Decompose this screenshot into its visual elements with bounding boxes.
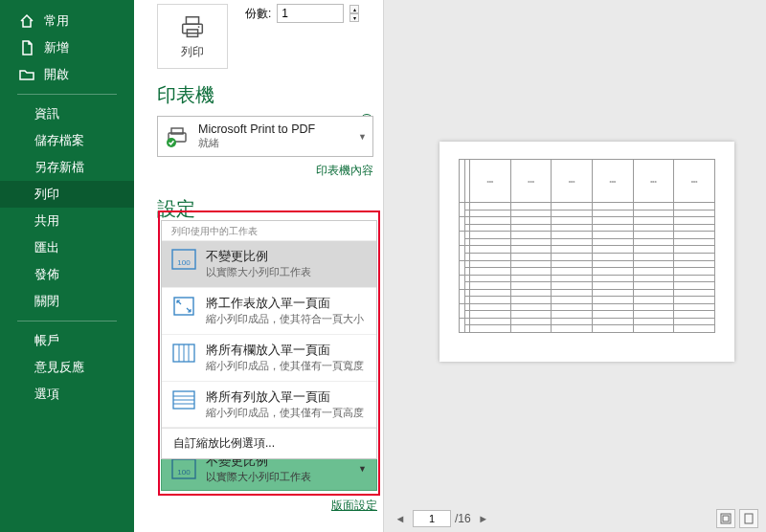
scaling-option-no-scale[interactable]: 100 不變更比例 以實際大小列印工作表 <box>162 241 376 288</box>
sidebar-item-label: 匯出 <box>34 239 59 256</box>
sidebar-item-label: 共用 <box>34 212 59 230</box>
printer-properties-link[interactable]: 印表機內容 <box>157 163 373 179</box>
page-setup-row: 版面設定 <box>161 498 377 514</box>
option-sub: 以實際大小列印工作表 <box>206 265 311 279</box>
actual-size-icon: 100 <box>171 249 196 270</box>
printer-name: Microsoft Print to PDF <box>198 122 315 136</box>
scaling-current-sub: 以實際大小列印工作表 <box>206 470 311 484</box>
copies-spinner: ▴ ▾ <box>349 5 359 22</box>
sidebar-item-publish[interactable]: 發佈 <box>0 261 134 288</box>
sidebar-item-label: 關閉 <box>34 293 59 310</box>
sidebar-item-label: 新增 <box>44 39 69 56</box>
option-title: 將所有列放入單一頁面 <box>206 389 364 406</box>
scaling-option-fit-columns[interactable]: 將所有欄放入單一頁面 縮小列印成品，使其僅有一頁寬度 <box>162 335 376 382</box>
copies-spin-down[interactable]: ▾ <box>349 13 359 22</box>
sidebar-item-label: 資訊 <box>34 105 59 122</box>
next-page-button[interactable]: ► <box>475 510 492 527</box>
copies-label: 份數: <box>245 6 271 22</box>
chevron-down-icon: ▼ <box>358 132 367 142</box>
zoom-to-page-button[interactable] <box>739 509 758 528</box>
printer-icon <box>178 13 207 42</box>
home-icon <box>19 13 34 29</box>
scaling-option-fit-rows[interactable]: 將所有列放入單一頁面 縮小列印成品，使其僅有一頁高度 <box>162 382 376 429</box>
sidebar-item-export[interactable]: 匯出 <box>0 234 134 261</box>
sidebar-item-label: 帳戶 <box>34 332 59 349</box>
svg-rect-8 <box>723 516 729 521</box>
sidebar-item-print[interactable]: 列印 <box>0 181 134 208</box>
cut-off-option: 列印使用中的工作表 <box>162 221 376 241</box>
fit-page-icon <box>171 296 196 317</box>
sidebar-item-new[interactable]: 新增 <box>0 34 134 61</box>
copies-input[interactable] <box>277 4 344 23</box>
fit-columns-icon <box>171 343 196 364</box>
svg-text:100: 100 <box>177 468 191 477</box>
chevron-down-icon: ▼ <box>358 464 367 474</box>
printer-dropdown[interactable]: Microsoft Print to PDF 就緒 ▼ <box>157 116 373 157</box>
custom-scaling-option[interactable]: 自訂縮放比例選項... <box>162 428 376 458</box>
sidebar-item-label: 儲存檔案 <box>34 132 84 149</box>
print-button-label: 列印 <box>181 44 204 60</box>
svg-rect-9 <box>745 514 753 523</box>
page-setup-link[interactable]: 版面設定 <box>331 498 377 514</box>
page-total: /16 <box>455 512 471 525</box>
sidebar-item-close[interactable]: 關閉 <box>0 288 134 315</box>
copies-row: 份數: ▴ ▾ <box>245 4 359 23</box>
page-navigation-bar: ◄ /16 ► <box>384 505 766 532</box>
scaling-options-menu: 列印使用中的工作表 100 不變更比例 以實際大小列印工作表 將工作表放入單一頁… <box>161 220 377 459</box>
sidebar-item-label: 另存新檔 <box>34 159 84 176</box>
folder-open-icon <box>19 67 34 82</box>
fit-rows-icon <box>171 389 196 410</box>
option-title: 將工作表放入單一頁面 <box>206 296 364 312</box>
svg-rect-0 <box>186 16 198 24</box>
sidebar-item-label: 意見反應 <box>34 359 84 376</box>
svg-point-3 <box>198 26 200 28</box>
sidebar-item-home[interactable]: 常用 <box>0 8 134 34</box>
sidebar-item-label: 列印 <box>34 186 59 203</box>
sidebar-item-info[interactable]: 資訊 <box>0 100 134 127</box>
sidebar-item-saveas[interactable]: 另存新檔 <box>0 154 134 181</box>
show-margins-button[interactable] <box>716 509 735 528</box>
sidebar-item-account[interactable]: 帳戶 <box>0 327 134 354</box>
sidebar-item-label: 開啟 <box>44 66 69 83</box>
scaling-option-fit-sheet[interactable]: 將工作表放入單一頁面 縮小列印成品，使其符合一頁大小 <box>162 288 376 335</box>
sidebar-item-options[interactable]: 選項 <box>0 381 134 408</box>
option-sub: 縮小列印成品，使其符合一頁大小 <box>206 312 364 326</box>
file-new-icon <box>19 40 34 55</box>
printer-ready-icon <box>166 126 191 147</box>
sidebar-item-save[interactable]: 儲存檔案 <box>0 127 134 154</box>
sidebar-separator <box>17 94 117 95</box>
backstage-sidebar: 常用 新增 開啟 資訊 儲存檔案 另存新檔 列印 共用 匯出 發佈 關閉 帳戶 … <box>0 0 134 532</box>
preview-table: xxxxxxxxxxxxxxxxxx <box>459 159 715 333</box>
sidebar-item-open[interactable]: 開啟 <box>0 61 134 88</box>
sidebar-item-label: 選項 <box>34 386 59 403</box>
copies-spin-up[interactable]: ▴ <box>349 5 359 13</box>
page-number-input[interactable] <box>413 510 451 527</box>
option-title: 將所有欄放入單一頁面 <box>206 343 364 359</box>
actual-size-icon: 100 <box>171 458 196 479</box>
sidebar-item-feedback[interactable]: 意見反應 <box>0 354 134 381</box>
sidebar-separator <box>17 321 117 321</box>
option-sub: 縮小列印成品，使其僅有一頁高度 <box>206 406 364 420</box>
prev-page-button[interactable]: ◄ <box>392 510 409 527</box>
print-button[interactable]: 列印 <box>157 4 228 69</box>
print-preview-page: xxxxxxxxxxxxxxxxxx <box>439 142 734 362</box>
sidebar-item-label: 發佈 <box>34 266 59 283</box>
settings-heading: 設定 <box>157 196 373 222</box>
svg-rect-1 <box>183 24 203 33</box>
print-preview-pane: xxxxxxxxxxxxxxxxxx <box>383 0 766 532</box>
sidebar-item-share[interactable]: 共用 <box>0 208 134 234</box>
sidebar-item-label: 常用 <box>44 12 69 30</box>
svg-text:100: 100 <box>177 258 191 267</box>
option-sub: 縮小列印成品，使其僅有一頁寬度 <box>206 359 364 373</box>
printer-heading: 印表機 <box>157 82 373 108</box>
option-title: 不變更比例 <box>206 249 311 265</box>
printer-status: 就緒 <box>198 136 315 150</box>
